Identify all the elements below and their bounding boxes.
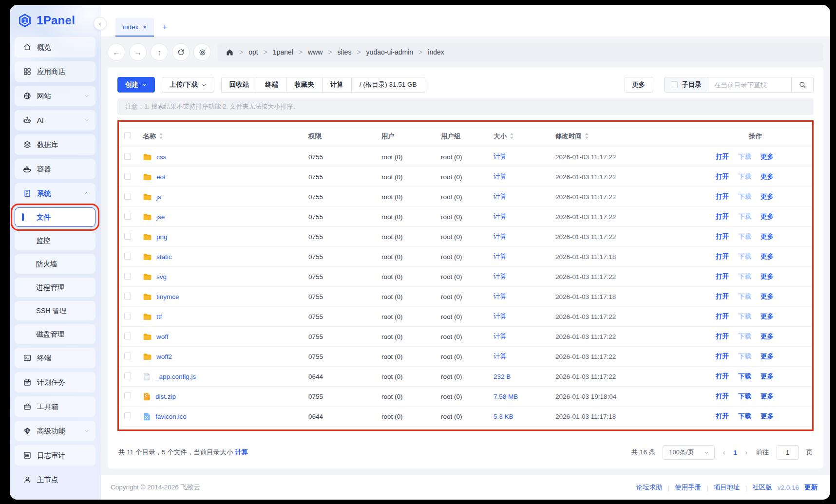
download-link[interactable]: 下载 (738, 332, 751, 341)
sidebar-item-firewall[interactable]: 防火墙 (15, 254, 95, 274)
download-link[interactable]: 下载 (738, 212, 751, 221)
download-link[interactable]: 下载 (738, 232, 751, 241)
breadcrumb-segment[interactable]: index (428, 48, 444, 56)
download-link[interactable]: 下载 (738, 352, 751, 361)
more-link[interactable]: 更多 (760, 412, 774, 421)
sidebar-item-database[interactable]: 数据库 (15, 134, 95, 155)
more-link[interactable]: 更多 (760, 332, 774, 341)
breadcrumb-segment[interactable]: yudao-ui-admin (366, 48, 414, 56)
size-link[interactable]: 计算 (494, 173, 507, 180)
open-link[interactable]: 打开 (716, 292, 729, 301)
row-checkbox[interactable] (124, 233, 131, 240)
sidebar-item-cronjob[interactable]: 计划任务 (15, 372, 95, 392)
row-checkbox[interactable] (124, 333, 131, 339)
sidebar-item-website[interactable]: 网站 (15, 86, 95, 106)
subdir-checkbox[interactable] (671, 81, 678, 88)
more-link[interactable]: 更多 (760, 212, 774, 221)
sidebar-item-ai[interactable]: AI (15, 110, 95, 131)
open-link[interactable]: 打开 (716, 152, 729, 161)
size-link[interactable]: 计算 (494, 233, 507, 240)
more-link[interactable]: 更多 (760, 312, 774, 321)
row-checkbox[interactable] (124, 253, 131, 260)
size-link[interactable]: 计算 (494, 293, 507, 300)
select-all-checkbox[interactable] (124, 132, 131, 139)
file-name-link[interactable]: _app.config.js (155, 373, 196, 380)
file-name-link[interactable]: woff2 (156, 353, 172, 360)
download-link[interactable]: 下载 (738, 152, 751, 161)
size-link[interactable]: 7.58 MB (494, 393, 518, 400)
row-checkbox[interactable] (124, 153, 131, 160)
more-button[interactable]: 更多 (625, 77, 653, 93)
open-link[interactable]: 打开 (716, 352, 729, 361)
home-icon[interactable] (226, 48, 234, 56)
size-link[interactable]: 5.3 KB (494, 413, 513, 420)
row-checkbox[interactable] (124, 173, 131, 180)
sidebar-item-process[interactable]: 进程管理 (15, 278, 95, 297)
open-link[interactable]: 打开 (716, 412, 729, 421)
create-button[interactable]: 创建 (117, 77, 155, 93)
size-link[interactable]: 计算 (494, 313, 507, 320)
row-checkbox[interactable] (124, 213, 131, 220)
open-link[interactable]: 打开 (716, 212, 729, 221)
tab-close-icon[interactable]: × (143, 23, 147, 31)
current-page[interactable]: 1 (733, 449, 737, 456)
download-link[interactable]: 下载 (738, 372, 751, 381)
row-checkbox[interactable] (124, 273, 131, 280)
download-link[interactable]: 下载 (738, 392, 751, 401)
download-link[interactable]: 下载 (738, 252, 751, 261)
sidebar-item-logs[interactable]: 日志审计 (15, 445, 95, 466)
upload-download-button[interactable]: 上传/下载 (162, 77, 214, 93)
row-checkbox[interactable] (124, 313, 131, 319)
sidebar-item-overview[interactable]: 概览 (15, 37, 95, 57)
goto-page-input[interactable] (777, 445, 799, 460)
toolbar-seg-button[interactable]: / (根目录) 31.51 GB (351, 77, 425, 93)
file-name-link[interactable]: js (156, 193, 161, 201)
header-name[interactable]: 名称 (141, 132, 306, 141)
more-link[interactable]: 更多 (760, 372, 774, 381)
more-link[interactable]: 更多 (760, 292, 774, 301)
header-mtime[interactable]: 修改时间 (553, 132, 712, 141)
footer-link[interactable]: 项目地址 (714, 483, 740, 492)
size-link[interactable]: 计算 (494, 193, 507, 200)
open-link[interactable]: 打开 (716, 312, 729, 321)
prev-page-button[interactable]: ‹ (722, 448, 726, 456)
file-name-link[interactable]: dist.zip (155, 393, 176, 400)
more-link[interactable]: 更多 (760, 172, 774, 181)
sidebar-item-toolbox[interactable]: 工具箱 (15, 396, 95, 417)
size-link[interactable]: 计算 (494, 353, 507, 360)
breadcrumb-segment[interactable]: www (308, 48, 323, 56)
breadcrumb-segment[interactable]: sites (338, 48, 352, 56)
search-input[interactable] (708, 77, 792, 93)
more-link[interactable]: 更多 (760, 252, 774, 261)
size-link[interactable]: 计算 (494, 253, 507, 260)
size-link[interactable]: 计算 (494, 213, 507, 220)
file-name-link[interactable]: favicon.ico (155, 413, 187, 420)
open-link[interactable]: 打开 (716, 232, 729, 241)
back-button[interactable]: ← (108, 43, 125, 61)
footer-link[interactable]: 使用手册 (675, 483, 701, 492)
open-link[interactable]: 打开 (716, 252, 729, 261)
page-size-select[interactable]: 100条/页 (663, 445, 714, 460)
refresh-button[interactable] (172, 43, 190, 61)
file-name-link[interactable]: tinymce (156, 293, 179, 300)
sidebar-item-advanced[interactable]: 高级功能 (15, 421, 95, 441)
sidebar-item-ssh[interactable]: SSH 管理 (15, 301, 95, 320)
header-size[interactable]: 大小 (492, 132, 553, 141)
search-button[interactable] (791, 77, 814, 93)
open-link[interactable]: 打开 (716, 372, 729, 381)
forward-button[interactable]: → (129, 43, 147, 61)
sidebar-item-disk[interactable]: 磁盘管理 (15, 324, 95, 344)
edition-link[interactable]: 社区版 (752, 483, 772, 492)
more-link[interactable]: 更多 (760, 192, 774, 201)
more-link[interactable]: 更多 (760, 272, 774, 281)
size-link[interactable]: 232 B (494, 373, 511, 380)
download-link[interactable]: 下载 (738, 312, 751, 321)
download-link[interactable]: 下载 (738, 292, 751, 301)
toolbar-seg-button[interactable]: 计算 (322, 77, 352, 93)
row-checkbox[interactable] (124, 193, 131, 200)
up-button[interactable]: ↑ (151, 43, 168, 61)
update-link[interactable]: 更新 (804, 483, 817, 492)
download-link[interactable]: 下载 (738, 192, 751, 201)
open-link[interactable]: 打开 (716, 172, 729, 181)
compute-size-link[interactable]: 计算 (235, 448, 248, 456)
